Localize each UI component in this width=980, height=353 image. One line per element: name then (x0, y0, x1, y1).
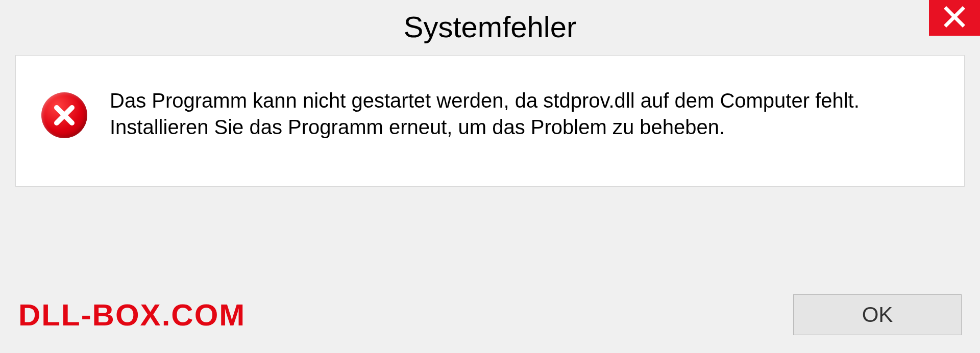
error-dialog: Systemfehler Das Programm kann nicht ges… (0, 0, 980, 353)
dialog-title: Systemfehler (404, 10, 576, 44)
error-icon (41, 92, 87, 138)
ok-button[interactable]: OK (793, 294, 962, 335)
error-icon-container (41, 92, 87, 138)
title-bar: Systemfehler (0, 0, 980, 46)
ok-button-label: OK (862, 302, 893, 327)
watermark-text: DLL-BOX.COM (18, 297, 246, 333)
close-button[interactable] (929, 0, 980, 36)
dialog-footer: DLL-BOX.COM OK (0, 294, 980, 335)
dialog-content: Das Programm kann nicht gestartet werden… (15, 55, 965, 187)
close-icon (943, 6, 966, 30)
error-message: Das Programm kann nicht gestartet werden… (110, 87, 939, 140)
